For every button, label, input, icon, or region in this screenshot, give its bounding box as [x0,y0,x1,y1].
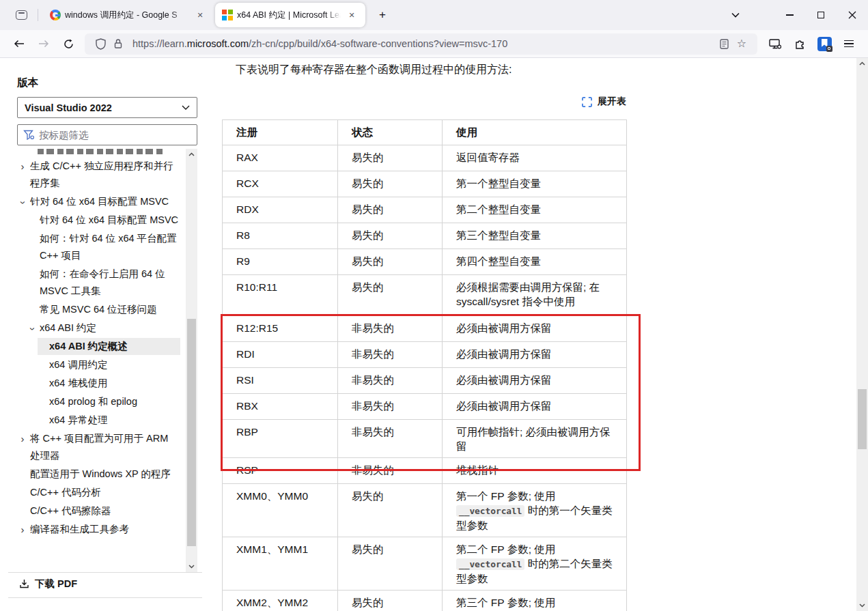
lock-icon[interactable] [109,35,127,53]
chevron-expanded-icon[interactable]: › [25,325,42,333]
url-bar[interactable]: https://learn.microsoft.com/zh-cn/cpp/bu… [85,33,757,55]
use-cell: 返回值寄存器 [443,145,627,171]
close-icon [848,11,856,19]
table-row: RCX易失的第一个整型自变量 [223,171,627,197]
sidebar-tree-item[interactable]: 如何：在命令行上启用 64 位 MSVC 工具集 [0,266,180,300]
scroll-down-icon[interactable] [856,600,868,611]
tab-title: x64 ABI 约定 | Microsoft Lear [237,10,341,21]
chevron-expanded-icon[interactable]: › [15,199,32,207]
table-row: RSP非易失的堆栈指针 [223,458,627,484]
register-cell: RDX [223,197,338,223]
reader-mode-icon[interactable] [715,35,733,53]
tab-google-search[interactable]: windows 调用约定 - Google S ✕ [43,3,214,27]
sidebar-tree-item-label: 常见 MSVC 64 位迁移问题 [40,304,157,315]
sidebar-tree-item-label: x64 ABI 约定 [40,322,96,333]
scroll-down-icon[interactable] [186,561,197,572]
extensions-button[interactable] [789,33,810,54]
sidebar-tree-item[interactable]: x64 ABI 约定概述 [38,338,180,355]
page-scrollbar[interactable] [856,58,868,611]
toc-tree-wrap: ›生成 C/C++ 独立应用程序和并行程序集›针对 64 位 x64 目标配置 … [0,149,186,572]
table-row: R10:R11易失的必须根据需要由调用方保留; 在 syscall/sysret… [223,275,627,316]
table-row: RSI非易失的必须由被调用方保留 [223,368,627,394]
tab-close-icon[interactable]: ✕ [193,8,207,22]
firefox-view-icon [16,10,27,20]
sidebar-tree-item[interactable]: 常见 MSVC 64 位迁移问题 [0,301,180,318]
sidebar-scrollbar[interactable] [186,149,197,572]
hamburger-icon [844,40,854,48]
sidebar-tree-item[interactable]: ›生成 C/C++ 独立应用程序和并行程序集 [0,158,180,192]
device-icon-button[interactable] [765,33,785,54]
sidebar-tree-item[interactable]: ›编译器和生成工具参考 [0,521,180,538]
status-cell: 易失的 [338,249,443,275]
sidebar-tree-item[interactable]: x64 调用约定 [0,356,180,373]
sidebar-tree-item[interactable]: x64 堆栈使用 [0,375,180,392]
sidebar-tree-item-label: 配置适用于 Windows XP 的程序 [30,468,171,479]
tracking-shield-icon[interactable] [92,35,109,53]
download-pdf-link[interactable]: 下载 PDF [19,578,77,591]
sidebar-tree-item[interactable]: x64 prolog 和 epilog [0,393,180,410]
scrollbar-thumb[interactable] [187,319,196,546]
sidebar-tree-item[interactable]: C/C++ 代码擦除器 [0,502,180,520]
expand-icon [582,97,592,107]
back-button[interactable] [9,33,29,54]
version-label: 版本 [17,76,38,90]
status-cell: 非易失的 [338,342,443,368]
sidebar-tree-item-label: 针对 64 位 x64 目标配置 MSVC [30,196,169,207]
version-select[interactable]: Visual Studio 2022 [17,97,197,118]
table-row: RDI非易失的必须由被调用方保留 [223,342,627,368]
register-cell: RBX [223,394,338,420]
back-icon [14,40,25,48]
use-cell: 必须由被调用方保留 [443,394,627,420]
chevron-collapsed-icon[interactable]: › [18,158,27,175]
table-row: RBP非易失的可用作帧指针; 必须由被调用方保留 [223,420,627,458]
table-row: RDX易失的第二个整型自变量 [223,197,627,223]
tab-microsoft-learn[interactable]: x64 ABI 约定 | Microsoft Lear ✕ [215,3,365,27]
status-cell: 易失的 [338,591,443,611]
firefox-view-button[interactable] [11,5,31,25]
sidebar-tree-item[interactable]: C/C++ 代码分析 [0,484,180,501]
maximize-button[interactable] [805,0,837,30]
register-cell: XMM0、YMM0 [223,484,338,537]
scroll-up-icon[interactable] [856,58,868,69]
new-tab-button[interactable]: + [372,5,393,25]
puzzle-icon [794,38,805,49]
sidebar-tree-item[interactable]: 配置适用于 Windows XP 的程序 [0,466,180,483]
use-cell: 必须根据需要由调用方保留; 在 syscall/sysret 指令中使用 [443,275,627,316]
sidebar-tree-item[interactable]: ›x64 ABI 约定 [0,319,180,337]
scroll-up-icon[interactable] [186,149,197,160]
chevron-collapsed-icon[interactable]: › [18,430,27,447]
bookmark-star-icon[interactable]: ☆ [733,35,751,53]
sidebar-tree-item[interactable]: ›将 C++ 项目配置为可用于 ARM 处理器 [0,430,180,464]
register-cell: XMM1、YMM1 [223,537,338,591]
forward-button[interactable] [33,33,54,54]
minimize-button[interactable] [774,0,805,30]
intro-paragraph: 下表说明了每种寄存器在整个函数调用过程中的使用方法: [236,63,626,77]
forward-icon [38,40,49,48]
tab-close-icon[interactable]: ✕ [345,8,359,22]
sidebar-tree-item[interactable]: 针对 64 位 x64 目标配置 MSVC [0,212,180,229]
sidebar-tree-item[interactable]: 如何：针对 64 位 x64 平台配置 C++ 项目 [0,230,180,264]
password-extension-button[interactable] [814,33,835,54]
chevron-collapsed-icon[interactable]: › [18,521,27,538]
sidebar-tree-item-label: C/C++ 代码擦除器 [30,505,111,516]
register-cell: R9 [223,249,338,275]
device-icon [769,39,781,49]
col-header-use: 使用 [443,120,627,145]
title-filter-field[interactable] [17,124,197,145]
menu-button[interactable] [839,33,859,54]
sidebar-tree-item[interactable]: x64 异常处理 [0,412,180,429]
sidebar-tree-item-label: x64 堆栈使用 [49,378,107,388]
close-button[interactable] [837,0,868,30]
title-filter-input[interactable] [39,130,191,141]
register-cell: RCX [223,171,338,197]
use-cell: 第一个 FP 参数; 使用 __vectorcall 时的第一个矢量类型参数 [443,484,627,537]
scrollbar-thumb[interactable] [858,389,867,449]
col-header-register: 注册 [223,120,338,145]
use-cell: 必须由被调用方保留 [443,316,627,342]
sidebar-tree-item[interactable]: ›针对 64 位 x64 目标配置 MSVC [0,193,180,210]
use-cell: 第三个 FP 参数; 使用 __vectorcall 时的第三个矢量类型参数 [443,591,627,611]
reload-button[interactable] [58,33,79,54]
list-all-tabs-button[interactable] [725,5,746,25]
table-header-row: 注册 状态 使用 [223,120,627,145]
expand-table-button[interactable]: 展开表 [582,96,626,108]
